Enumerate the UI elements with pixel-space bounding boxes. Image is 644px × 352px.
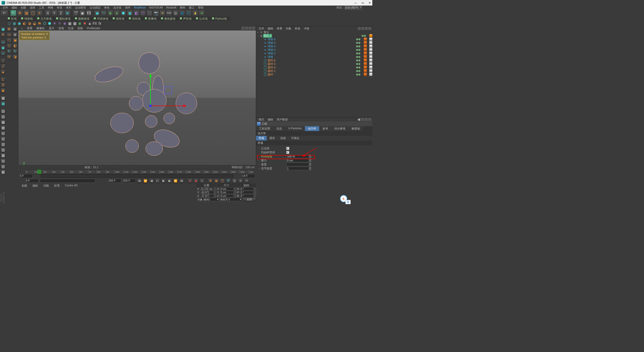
menu-mograph[interactable]: 运动图形 xyxy=(73,6,88,10)
menu-insydium[interactable]: INSYDIUM xyxy=(148,6,164,9)
axis-y-toggle[interactable]: Y xyxy=(51,10,57,16)
spinner[interactable] xyxy=(234,187,236,190)
pal-3[interactable]: ▩ xyxy=(1,120,6,125)
maximize-icon[interactable]: ▭ xyxy=(361,1,364,5)
density-field[interactable] xyxy=(286,163,309,166)
spinner[interactable] xyxy=(234,191,236,194)
vp-menu-prorender[interactable]: ProRender xyxy=(85,27,102,30)
add-subdiv-button[interactable]: ⬢ xyxy=(120,10,126,16)
qr-preset-button[interactable]: QR xyxy=(186,10,192,16)
viewport-solo-button[interactable]: ▦ xyxy=(1,96,6,101)
dynamics-tag-icon[interactable] xyxy=(369,34,372,37)
field-sphere[interactable]: 球体域 xyxy=(20,17,36,21)
phong-tag-icon[interactable] xyxy=(364,69,367,72)
key-pos-button[interactable]: ✥ xyxy=(208,178,213,183)
pos-field[interactable]: 22.232 cm xyxy=(200,187,214,190)
deformer-17[interactable]: ▲ xyxy=(88,21,92,26)
attr-lock-icon[interactable] xyxy=(365,118,368,121)
deformer-3[interactable]: ◉ xyxy=(17,21,22,26)
add-generator-button[interactable]: ◉ xyxy=(107,10,113,16)
spinner[interactable] xyxy=(214,194,216,197)
points-mode-button[interactable]: ⋮ xyxy=(1,58,6,63)
menu-volume[interactable]: 体积 xyxy=(64,6,73,10)
add-generator2-button[interactable]: ◈ xyxy=(114,10,120,16)
pal-11[interactable]: ▥ xyxy=(1,164,6,169)
attr-menu-mode[interactable]: 模式 xyxy=(257,118,266,121)
dynamics-tag-icon[interactable] xyxy=(369,52,372,55)
pal-6[interactable]: ▥ xyxy=(1,136,6,141)
deformer-13[interactable]: ▦ xyxy=(67,21,72,26)
coord-system-toggle[interactable]: ⊞ xyxy=(64,10,70,16)
menu-file[interactable]: 文件 xyxy=(1,6,10,10)
air-density-field[interactable]: 1 xyxy=(286,167,309,170)
play-back-button[interactable]: ▷ xyxy=(155,178,160,183)
deformer-15[interactable]: ◉ xyxy=(77,21,82,26)
goto-end-button[interactable]: ⏭ xyxy=(179,178,184,183)
hier-item[interactable]: ● 球体.2 xyxy=(256,52,372,55)
obj-name[interactable]: 球体.5 xyxy=(267,41,276,45)
pal-7[interactable]: ▧ xyxy=(1,142,6,147)
render-settings-button[interactable]: 🎞 xyxy=(86,10,92,16)
vp-menu-display[interactable]: 显示 xyxy=(47,26,56,30)
attr-tab-xparticles[interactable]: X-Particles xyxy=(285,126,305,131)
deformer-2[interactable]: ◍ xyxy=(12,21,17,26)
attr-subtab-vis[interactable]: 可视化 xyxy=(289,136,302,141)
viewport-3d[interactable]: Number of emitters: 0 Total live particl… xyxy=(18,30,256,165)
keyframe-button[interactable]: ◇ xyxy=(199,178,205,183)
undo-button[interactable]: ↶ xyxy=(1,10,8,16)
phong-tag-icon[interactable] xyxy=(364,48,367,51)
coord-mode2[interactable]: 绝对尺寸 xyxy=(220,198,242,201)
deformer-10[interactable]: ✦ xyxy=(52,21,57,26)
om-menu-file[interactable]: 文件 xyxy=(257,27,266,30)
layout-combo[interactable]: 启动 (用户) xyxy=(344,6,362,10)
attr-tab-info[interactable]: 信息 xyxy=(273,126,285,131)
brush-button[interactable]: ↖ xyxy=(7,49,12,54)
deformer-4[interactable]: ◐ xyxy=(22,21,27,26)
axis-x-toggle[interactable]: X xyxy=(45,10,51,16)
obj-name[interactable]: 圆环.4 xyxy=(267,66,276,69)
pos-field[interactable]: -83.071 cm xyxy=(200,191,214,194)
size-field[interactable]: 0 cm xyxy=(220,187,234,190)
hier-item[interactable]: ◯ 圆环.4 xyxy=(256,66,372,69)
pal-12[interactable]: ▦ xyxy=(1,169,6,174)
field-capsule[interactable]: 胶囊域 xyxy=(144,17,160,21)
spinner[interactable]: ▲▼ xyxy=(309,167,311,170)
deformer-9[interactable]: ⬢ xyxy=(47,21,52,26)
hier-item[interactable]: ◯ 圆环.1 xyxy=(256,69,372,73)
field-python[interactable]: Python域 xyxy=(211,17,230,21)
menu-spline[interactable]: 样条 xyxy=(55,6,64,10)
pal-8[interactable]: ▨ xyxy=(1,147,6,152)
vp-menu-panel[interactable]: 面板 xyxy=(75,26,85,30)
timeline-fcurve-button[interactable]: 〜 xyxy=(244,178,249,183)
deformer-6[interactable]: ◒ xyxy=(32,21,37,26)
pal-2[interactable]: ▨ xyxy=(1,114,6,119)
dynamics-tag-icon[interactable] xyxy=(369,69,372,72)
tweak-5[interactable]: ↖ xyxy=(13,49,18,54)
timeline-marker-field[interactable] xyxy=(40,179,95,183)
rot-field[interactable]: 0 ° xyxy=(240,187,254,190)
select-tool[interactable]: ↖ xyxy=(10,10,16,16)
obj-name[interactable]: 球体.2 xyxy=(267,52,276,55)
mat-tab-tex[interactable]: 纹理 xyxy=(52,184,62,188)
workplane-button[interactable]: ▱ xyxy=(1,51,6,56)
lasso-select-button[interactable]: ◌ xyxy=(7,38,12,43)
rot-field[interactable]: 0 ° xyxy=(240,194,254,197)
ghosting-button[interactable]: ▦ xyxy=(1,101,6,106)
obj-name[interactable]: 空白.1 xyxy=(263,34,272,38)
obj-name[interactable]: 球体.3 xyxy=(267,48,276,52)
loop-button[interactable]: ⟳ xyxy=(7,54,12,59)
edges-mode-button[interactable]: ╱ xyxy=(1,64,6,69)
dynamics-tag-icon[interactable] xyxy=(369,66,372,69)
add-environment-button[interactable]: ⬚ xyxy=(146,10,152,16)
gravity-field[interactable]: 0 cm xyxy=(286,159,309,162)
menu-redshift[interactable]: Redshift xyxy=(165,6,178,9)
timeline-start-field[interactable]: 0 F xyxy=(19,174,33,178)
playhead[interactable] xyxy=(37,170,41,174)
rot-field[interactable]: 0 ° xyxy=(240,191,254,194)
dynamics-tag-icon[interactable] xyxy=(369,62,372,65)
psr-button[interactable]: PSR xyxy=(166,10,172,16)
pal-1[interactable]: ▧ xyxy=(1,109,6,114)
obj-name[interactable]: 复位 xyxy=(263,30,270,34)
goto-start-button[interactable]: ⏮ xyxy=(137,178,142,183)
add-deformer-button[interactable]: ◧ xyxy=(133,10,139,16)
